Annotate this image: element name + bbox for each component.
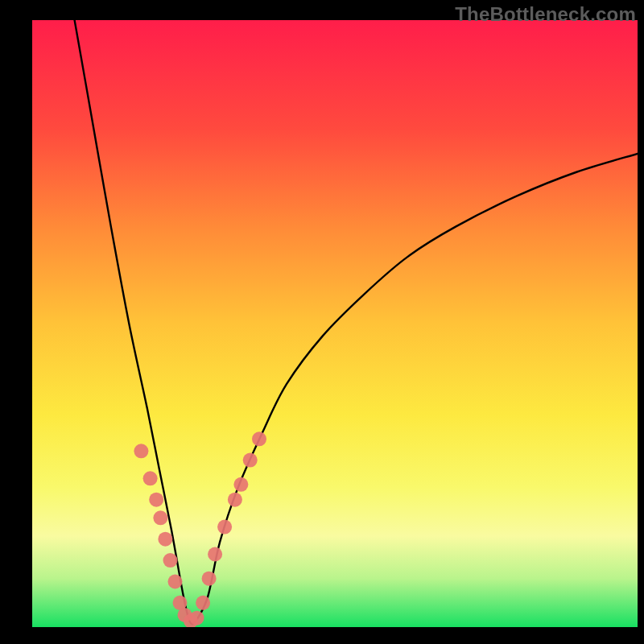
data-marker bbox=[143, 471, 158, 485]
data-marker bbox=[243, 453, 258, 468]
watermark-text: TheBottleneck.com bbox=[455, 3, 636, 26]
marker-group bbox=[134, 431, 266, 627]
data-marker bbox=[149, 493, 163, 507]
data-marker bbox=[233, 477, 248, 492]
data-marker bbox=[196, 596, 210, 610]
data-marker bbox=[202, 572, 217, 586]
data-marker bbox=[228, 493, 242, 507]
data-marker bbox=[168, 575, 183, 589]
chart-frame: TheBottleneck.com bbox=[0, 0, 644, 644]
data-marker bbox=[163, 553, 178, 568]
data-marker bbox=[208, 547, 222, 562]
bottleneck-curve bbox=[75, 20, 638, 624]
chart-svg bbox=[32, 20, 638, 627]
data-marker bbox=[158, 532, 172, 547]
chart-plot-area bbox=[32, 20, 638, 627]
data-marker bbox=[252, 431, 266, 446]
data-marker bbox=[153, 510, 167, 525]
data-marker bbox=[217, 520, 232, 535]
data-marker bbox=[190, 611, 204, 625]
data-marker bbox=[134, 444, 148, 458]
